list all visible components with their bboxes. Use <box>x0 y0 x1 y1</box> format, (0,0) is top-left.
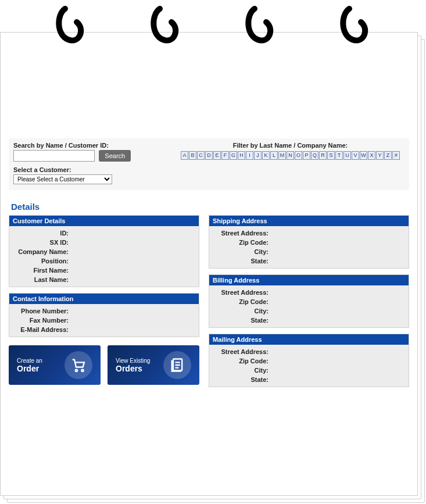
spiral-ring-icon <box>243 0 278 58</box>
filter-letter-V[interactable]: V <box>352 151 359 160</box>
select-customer-label: Select a Customer: <box>13 166 164 173</box>
field-value-id <box>72 228 194 238</box>
field-value-phone <box>72 306 194 316</box>
filter-letter-G[interactable]: G <box>230 151 237 160</box>
filter-letter-Z[interactable]: Z <box>384 151 392 160</box>
field-value-lastname <box>72 275 194 284</box>
field-label-position: Position: <box>14 256 72 266</box>
search-input[interactable] <box>13 150 95 162</box>
select-customer-dropdown[interactable]: Please Select a Customer <box>13 174 112 184</box>
spiral-ring-icon <box>53 0 88 58</box>
action-line2: Order <box>17 364 42 373</box>
details-heading: Details <box>11 202 409 212</box>
field-label-city: City: <box>214 306 272 316</box>
shipping-address-panel: Shipping Address Street Address: Zip Cod… <box>209 215 409 269</box>
search-filter-bar: Search by Name / Customer ID: Search Sel… <box>9 138 409 190</box>
field-value-email <box>72 325 194 334</box>
filter-letter-B[interactable]: B <box>189 151 196 160</box>
field-value-street <box>272 228 404 238</box>
filter-letter-row: ABCDEFGHIJKLMNOPQRSTUVWXYZ# <box>176 151 404 160</box>
field-label-street: Street Address: <box>214 288 272 297</box>
field-value-fax <box>72 316 194 325</box>
field-value-street <box>272 288 404 297</box>
field-label-street: Street Address: <box>214 228 272 238</box>
filter-letter-A[interactable]: A <box>181 151 188 160</box>
filter-letter-R[interactable]: R <box>319 151 327 160</box>
filter-letter-S[interactable]: S <box>327 151 335 160</box>
field-value-zip <box>272 238 404 247</box>
field-label-state: State: <box>214 375 272 384</box>
field-label-street: Street Address: <box>214 347 272 356</box>
field-label-fax: Fax Number: <box>14 316 72 325</box>
field-label-zip: Zip Code: <box>214 356 272 366</box>
filter-letter-X[interactable]: X <box>368 151 375 160</box>
field-value-city <box>272 366 404 375</box>
filter-letter-W[interactable]: W <box>360 151 367 160</box>
filter-letter-H[interactable]: H <box>238 151 245 160</box>
panel-header: Contact Information <box>9 294 199 304</box>
document-list-icon <box>163 351 191 379</box>
create-order-button[interactable]: Create an Order <box>9 345 101 385</box>
panel-header: Mailing Address <box>209 334 409 345</box>
filter-letter-O[interactable]: O <box>295 151 302 160</box>
field-label-phone: Phone Number: <box>14 306 72 316</box>
field-label-lastname: Last Name: <box>14 275 72 284</box>
filter-letter-T[interactable]: T <box>335 151 343 160</box>
field-label-id: ID: <box>14 228 72 238</box>
filter-letter-#[interactable]: # <box>392 151 400 160</box>
spiral-ring-icon <box>338 0 373 58</box>
mailing-address-panel: Mailing Address Street Address: Zip Code… <box>209 334 409 387</box>
panel-header: Customer Details <box>9 216 199 226</box>
filter-letter-L[interactable]: L <box>270 151 278 160</box>
field-value-firstname <box>72 266 194 275</box>
field-label-state: State: <box>214 316 272 325</box>
billing-address-panel: Billing Address Street Address: Zip Code… <box>209 274 409 328</box>
field-label-zip: Zip Code: <box>214 297 272 306</box>
field-value-company <box>72 247 194 256</box>
filter-letter-Q[interactable]: Q <box>311 151 318 160</box>
filter-letter-M[interactable]: M <box>278 151 286 160</box>
field-label-zip: Zip Code: <box>214 238 272 247</box>
svg-point-0 <box>76 370 78 372</box>
filter-letter-Y[interactable]: Y <box>376 151 384 160</box>
search-button[interactable]: Search <box>99 150 131 162</box>
view-orders-button[interactable]: View Existing Orders <box>108 345 199 385</box>
field-value-zip <box>272 356 404 366</box>
filter-letter-P[interactable]: P <box>303 151 310 160</box>
field-value-city <box>272 306 404 316</box>
filter-letter-D[interactable]: D <box>205 151 213 160</box>
customer-details-panel: Customer Details ID: SX ID: Company Name… <box>9 215 199 287</box>
contact-info-panel: Contact Information Phone Number: Fax Nu… <box>9 293 199 337</box>
filter-letter-J[interactable]: J <box>254 151 262 160</box>
field-label-email: E-Mail Address: <box>14 325 72 334</box>
spiral-binding <box>0 0 426 58</box>
action-line1: Create an <box>17 358 42 364</box>
field-value-sxid <box>72 238 194 247</box>
action-line2: Orders <box>116 364 150 373</box>
cart-icon <box>65 351 92 379</box>
panel-header: Billing Address <box>209 275 409 285</box>
field-value-city <box>272 247 404 256</box>
field-value-zip <box>272 297 404 306</box>
field-value-position <box>72 256 194 266</box>
field-value-state <box>272 375 404 384</box>
search-label: Search by Name / Customer ID: <box>13 142 164 149</box>
action-line1: View Existing <box>116 358 150 364</box>
filter-label: Filter by Last Name / Company Name: <box>176 142 404 149</box>
field-value-state <box>272 316 404 325</box>
filter-letter-F[interactable]: F <box>221 151 229 160</box>
filter-letter-E[interactable]: E <box>213 151 221 160</box>
filter-letter-U[interactable]: U <box>343 151 351 160</box>
svg-point-1 <box>81 370 84 372</box>
filter-letter-K[interactable]: K <box>262 151 270 160</box>
spiral-ring-icon <box>148 0 183 58</box>
panel-header: Shipping Address <box>209 216 409 226</box>
filter-letter-I[interactable]: I <box>246 151 253 160</box>
field-label-company: Company Name: <box>14 247 72 256</box>
field-label-city: City: <box>214 366 272 375</box>
filter-letter-C[interactable]: C <box>197 151 205 160</box>
field-label-state: State: <box>214 256 272 266</box>
notebook-page: Search by Name / Customer ID: Search Sel… <box>0 32 418 496</box>
field-label-city: City: <box>214 247 272 256</box>
filter-letter-N[interactable]: N <box>287 151 294 160</box>
